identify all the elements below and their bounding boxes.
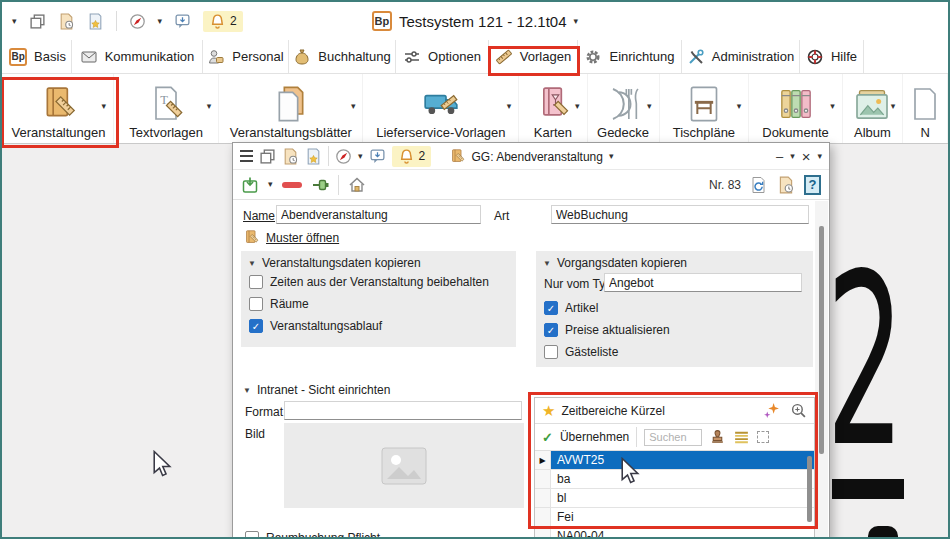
ribbon-item-clipped[interactable]: N xyxy=(903,74,948,143)
collapse-caret-icon[interactable]: ▼ xyxy=(243,386,251,395)
dropdown-caret-icon[interactable]: ▾ xyxy=(737,102,742,111)
feedback-bubble-icon[interactable] xyxy=(369,148,386,165)
save-import-icon[interactable] xyxy=(241,176,259,194)
favorite-document-icon[interactable] xyxy=(305,148,322,165)
ribbon-item-karten[interactable]: ▾ Karten xyxy=(519,74,587,143)
tab-administration[interactable]: Administration xyxy=(682,40,800,73)
ribbon-item-album[interactable]: ▾ Album xyxy=(843,74,903,143)
tab-kommunikation[interactable]: Kommunikation xyxy=(72,40,203,73)
ribbon-item-textvorlagen[interactable]: T, ▾ Textvorlagen xyxy=(114,74,219,143)
help-button[interactable]: ? xyxy=(804,175,821,195)
art-input[interactable] xyxy=(551,205,809,224)
compass-caret-icon[interactable]: ▾ xyxy=(358,152,363,161)
list-item[interactable]: ▶ AVWT25 xyxy=(535,451,814,470)
checkbox-gaesteliste[interactable] xyxy=(544,345,558,359)
notification-bell[interactable]: 2 xyxy=(203,11,243,32)
collapse-caret-icon[interactable]: ▼ xyxy=(248,259,256,268)
checkbox-label: Raumbuchung Pflicht xyxy=(266,531,380,539)
title-caret-icon[interactable]: ▾ xyxy=(574,17,579,26)
menu-hamburger-icon[interactable] xyxy=(240,150,253,162)
ribbon-item-dokumente[interactable]: ▾ Dokumente xyxy=(749,74,843,143)
close-caret-icon[interactable]: ▾ xyxy=(817,152,822,161)
ribbon-item-veranstaltungsblaetter[interactable]: ▾ Veranstaltungsblätter xyxy=(219,74,363,143)
search-input[interactable] xyxy=(644,429,702,446)
dropdown-caret-icon[interactable]: ▾ xyxy=(207,102,212,111)
name-label[interactable]: Name xyxy=(243,209,275,223)
windows-icon[interactable] xyxy=(259,148,276,165)
dropdown-caret-icon[interactable]: ▾ xyxy=(575,102,580,111)
tab-optionen[interactable]: Optionen xyxy=(396,40,489,73)
dropdown-caret-icon[interactable]: ▾ xyxy=(351,102,356,111)
ruler-icon xyxy=(495,48,513,66)
checkbox-zeiten[interactable] xyxy=(249,275,263,289)
dropdown-caret-icon[interactable]: ▾ xyxy=(102,102,107,111)
stamp-icon[interactable] xyxy=(709,429,726,446)
format-input[interactable] xyxy=(284,401,522,420)
tab-basis[interactable]: Bp Basis xyxy=(4,40,72,73)
ribbon-item-tischplaene[interactable]: ▾ Tischpläne xyxy=(660,74,750,143)
window-title: Testsystem 121 - 12.1t04 xyxy=(399,13,567,30)
document-refresh-icon[interactable] xyxy=(750,176,768,194)
dialog-title-caret-icon: ▾ xyxy=(609,152,614,161)
list-rows-icon[interactable] xyxy=(733,429,750,446)
window-menu-caret-icon[interactable]: ▾ xyxy=(12,17,17,26)
row-marker xyxy=(535,527,551,539)
plug-icon[interactable] xyxy=(311,176,329,194)
dialog-scrollbar[interactable] xyxy=(815,201,828,539)
tab-hilfe[interactable]: Hilfe xyxy=(800,40,864,73)
muster-oeffnen-link[interactable]: Muster öffnen xyxy=(266,231,339,245)
navigation-compass-icon[interactable] xyxy=(335,148,352,165)
tools-icon xyxy=(687,48,705,66)
text-template-icon: T, xyxy=(146,84,186,124)
checkbox-raumbuchung[interactable] xyxy=(245,531,259,539)
favorite-star-icon[interactable]: ★ xyxy=(542,403,555,418)
dropdown-caret-icon[interactable]: ▾ xyxy=(507,102,512,111)
uebernehmen-button[interactable]: Übernehmen xyxy=(560,430,629,444)
divider xyxy=(338,175,339,195)
book-ruler-icon xyxy=(449,148,466,165)
navigation-compass-icon[interactable] xyxy=(129,13,146,30)
typ-input[interactable] xyxy=(604,273,802,292)
minimize-button[interactable]: – xyxy=(776,149,783,164)
checkbox-veranstaltungsablauf[interactable]: ✓ xyxy=(249,319,263,333)
name-input[interactable] xyxy=(276,205,481,224)
tab-buchhaltung[interactable]: Buchhaltung xyxy=(289,40,396,73)
save-caret-icon[interactable]: ▾ xyxy=(268,180,273,189)
recent-document-icon[interactable] xyxy=(282,148,299,165)
selection-box-icon[interactable] xyxy=(757,431,769,443)
checkbox-raeume[interactable] xyxy=(249,297,263,311)
tab-personal[interactable]: Personal xyxy=(203,40,289,73)
sparkle-icon[interactable] xyxy=(763,402,780,419)
collapse-caret-icon[interactable]: ▼ xyxy=(543,259,551,268)
recent-document-icon[interactable] xyxy=(58,13,75,30)
list-item[interactable]: Fei xyxy=(535,508,814,527)
list-scrollbar[interactable] xyxy=(807,456,812,522)
dropdown-caret-icon[interactable]: ▾ xyxy=(891,102,896,111)
close-button[interactable]: × xyxy=(802,148,811,165)
checkbox-preise[interactable]: ✓ xyxy=(544,323,558,337)
windows-icon[interactable] xyxy=(29,13,46,30)
ribbon-item-lieferservice-vorlagen[interactable]: ▾ Lieferservice-Vorlagen xyxy=(363,74,519,143)
recent-document-icon[interactable] xyxy=(777,176,795,194)
home-icon[interactable] xyxy=(348,176,366,194)
tab-einrichtung[interactable]: Einrichtung xyxy=(578,40,682,73)
remove-icon[interactable] xyxy=(282,182,302,188)
dropdown-caret-icon[interactable]: ▾ xyxy=(830,102,835,111)
tab-label: Optionen xyxy=(428,49,481,64)
ribbon-item-veranstaltungen[interactable]: ▾ Veranstaltungen xyxy=(4,74,114,143)
list-item[interactable]: ba xyxy=(535,470,814,489)
zoom-plus-icon[interactable] xyxy=(790,402,807,419)
list-item[interactable]: bl xyxy=(535,489,814,508)
feedback-bubble-icon[interactable] xyxy=(174,13,191,30)
checkbox-artikel[interactable]: ✓ xyxy=(544,301,558,315)
notification-bell[interactable]: 2 xyxy=(392,146,432,167)
bild-placeholder[interactable] xyxy=(284,423,524,508)
ribbon-item-gedecke[interactable]: ▾ Gedecke xyxy=(588,74,660,143)
minimize-caret-icon[interactable]: ▾ xyxy=(790,152,795,161)
compass-caret-icon[interactable]: ▾ xyxy=(158,17,163,26)
list-item[interactable]: NA00-04 xyxy=(535,527,814,539)
dropdown-caret-icon[interactable]: ▾ xyxy=(647,102,652,111)
favorite-document-icon[interactable] xyxy=(87,13,104,30)
tab-vorlagen[interactable]: Vorlagen xyxy=(489,40,578,73)
scrollbar-thumb[interactable] xyxy=(819,226,824,454)
